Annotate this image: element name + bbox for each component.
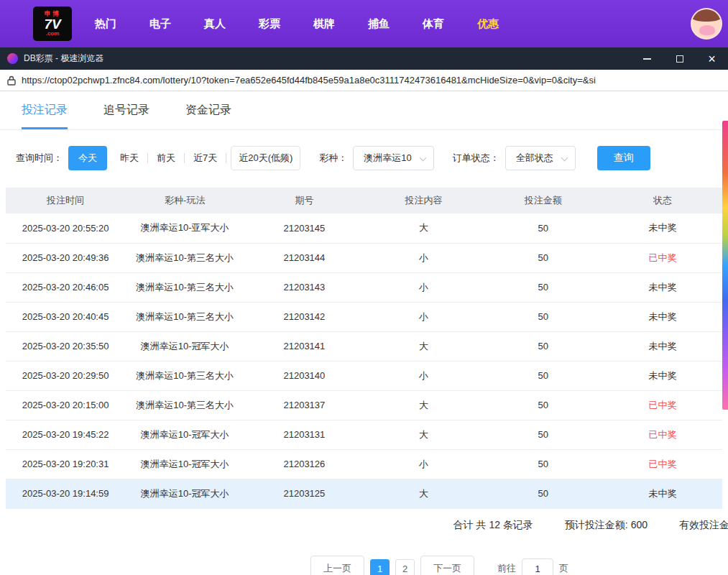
maximize-icon [676,55,683,63]
cell: 50 [484,272,603,302]
summary-item: 合计 共 12 条记录 [453,519,533,532]
goto-page-input[interactable] [522,558,553,575]
nav-item-热门[interactable]: 热门 [95,17,116,31]
cell: 大 [364,420,483,449]
cell: 大 [364,331,483,361]
page-list: 12 [370,559,415,575]
site-topbar: 申博 7V .com 热门电子真人彩票棋牌捕鱼体育优惠 [0,0,728,47]
lottery-filter-label: 彩种： [319,152,347,165]
summary-item: 预计投注金额: 600 [565,519,648,532]
bet-records-table: 投注时间彩种-玩法期号投注内容投注金额状态 2025-03-20 20:55:2… [6,188,722,509]
cell: 2025-03-20 20:49:36 [6,243,125,272]
table-row[interactable]: 2025-03-20 20:29:50澳洲幸运10-第三名大小21203140小… [6,361,722,390]
summary-item: 有效投注金 [679,519,728,532]
time-option-昨天[interactable]: 昨天 [111,146,147,170]
cell: 2025-03-20 20:46:05 [6,272,125,302]
next-page-button[interactable]: 下一页 [420,556,474,575]
close-icon: × [708,52,716,65]
cell: 2025-03-20 20:29:50 [6,361,125,390]
table-row[interactable]: 2025-03-20 19:14:59澳洲幸运10-冠军大小21203125大5… [6,479,722,508]
nav-item-棋牌[interactable]: 棋牌 [313,17,335,31]
cell: 50 [484,361,603,390]
browser-titlebar: DB彩票 - 极速浏览器 × [0,47,728,70]
lock-icon [7,75,16,86]
page-button-1[interactable]: 1 [370,559,390,575]
time-filter-label: 查询时间： [16,152,63,165]
cell: 澳洲幸运10-第三名大小 [125,361,244,390]
cell: 2025-03-20 19:20:31 [6,449,125,479]
table-row[interactable]: 2025-03-20 19:20:31澳洲幸运10-冠军大小21203126小5… [6,449,722,479]
filter-bar: 查询时间： 今天昨天前天近7天近20天(低频) 彩种： 澳洲幸运10 订单状态：… [16,146,728,170]
nav-item-捕鱼[interactable]: 捕鱼 [368,17,390,31]
time-option-前天[interactable]: 前天 [148,146,184,170]
table-body: 2025-03-20 20:55:20澳洲幸运10-亚军大小21203145大5… [6,213,722,508]
cell: 澳洲幸运10-第三名大小 [125,302,244,331]
cell: 未中奖 [603,213,722,243]
nav-item-电子[interactable]: 电子 [149,17,171,31]
table-row[interactable]: 2025-03-20 20:55:20澳洲幸运10-亚军大小21203145大5… [6,213,722,243]
cell: 澳洲幸运10-亚军大小 [125,213,244,243]
lottery-select[interactable]: 澳洲幸运10 [353,146,433,170]
tab-投注记录[interactable]: 投注记录 [22,103,68,129]
prev-page-button[interactable]: 上一页 [310,556,364,575]
user-avatar[interactable] [691,8,722,40]
chevron-down-icon [419,155,426,162]
column-header-投注金额: 投注金额 [484,188,603,213]
minimize-button[interactable] [631,47,663,70]
logo-text-suffix: .com [46,31,60,37]
column-header-投注时间: 投注时间 [6,188,125,213]
cell: 小 [364,449,483,479]
summary-bar: 合计 共 12 条记录预计投注金额: 600有效投注金 [0,509,728,542]
maximize-button[interactable] [663,47,696,70]
table-header-row: 投注时间彩种-玩法期号投注内容投注金额状态 [6,188,722,213]
table-row[interactable]: 2025-03-20 20:46:05澳洲幸运10-第三名大小21203143小… [6,272,722,302]
site-logo[interactable]: 申博 7V .com [33,6,72,41]
floating-widget-strip[interactable] [722,121,728,410]
nav-item-优惠[interactable]: 优惠 [477,17,499,31]
nav-item-真人[interactable]: 真人 [204,17,226,31]
page-button-2[interactable]: 2 [395,559,415,575]
time-option-今天[interactable]: 今天 [68,146,107,170]
cell: 2025-03-20 20:40:45 [6,302,125,331]
nav-item-彩票[interactable]: 彩票 [259,17,280,31]
column-header-彩种-玩法: 彩种-玩法 [125,188,244,213]
cell: 21203145 [244,213,364,243]
time-option-近7天[interactable]: 近7天 [185,146,226,170]
lottery-select-value: 澳洲幸运10 [364,152,411,165]
cell: 2025-03-20 19:14:59 [6,479,125,508]
divider [226,153,226,163]
table-row[interactable]: 2025-03-20 20:40:45澳洲幸运10-第三名大小21203142小… [6,302,722,331]
cell: 澳洲幸运10-冠军大小 [125,420,244,449]
tab-追号记录[interactable]: 追号记录 [103,103,149,129]
url-text: https://ctop02pchwp1.zfnc84.com/lottery/… [22,75,596,86]
nav-item-体育[interactable]: 体育 [423,17,444,31]
cell: 澳洲幸运10-冠军大小 [125,479,244,508]
cell: 未中奖 [603,479,722,508]
browser-app-icon [7,53,18,64]
close-button[interactable]: × [696,47,728,70]
cell: 50 [484,243,603,272]
page-suffix-label: 页 [559,562,568,575]
tab-bar: 投注记录追号记录资金记录 [0,91,728,130]
cell: 2025-03-20 20:55:20 [6,213,125,243]
tab-资金记录[interactable]: 资金记录 [185,103,231,129]
cell: 澳洲幸运10-冠军大小 [125,449,244,479]
table-row[interactable]: 2025-03-20 19:45:22澳洲幸运10-冠军大小21203131大5… [6,420,722,449]
cell: 21203126 [244,449,364,479]
pagination: 上一页 12 下一页 前往 页 [310,556,568,575]
cell: 未中奖 [603,331,722,361]
time-option-近20天(低频)[interactable]: 近20天(低频) [231,146,300,170]
cell: 50 [484,390,603,420]
cell: 已中奖 [603,449,722,479]
search-button[interactable]: 查询 [597,146,650,170]
table-row[interactable]: 2025-03-20 20:35:50澳洲幸运10-冠军大小21203141大5… [6,331,722,361]
cell: 21203131 [244,420,364,449]
page-content: 投注记录追号记录资金记录 查询时间： 今天昨天前天近7天近20天(低频) 彩种：… [0,91,728,542]
status-select-value: 全部状态 [516,152,553,165]
url-bar[interactable]: https://ctop02pchwp1.zfnc84.com/lottery/… [0,70,728,91]
table-row[interactable]: 2025-03-20 20:15:00澳洲幸运10-第三名大小21203137大… [6,390,722,420]
order-status-select[interactable]: 全部状态 [505,146,576,170]
table-row[interactable]: 2025-03-20 20:49:36澳洲幸运10-第三名大小21203144小… [6,243,722,272]
cell: 50 [484,449,603,479]
cell: 小 [364,243,483,272]
